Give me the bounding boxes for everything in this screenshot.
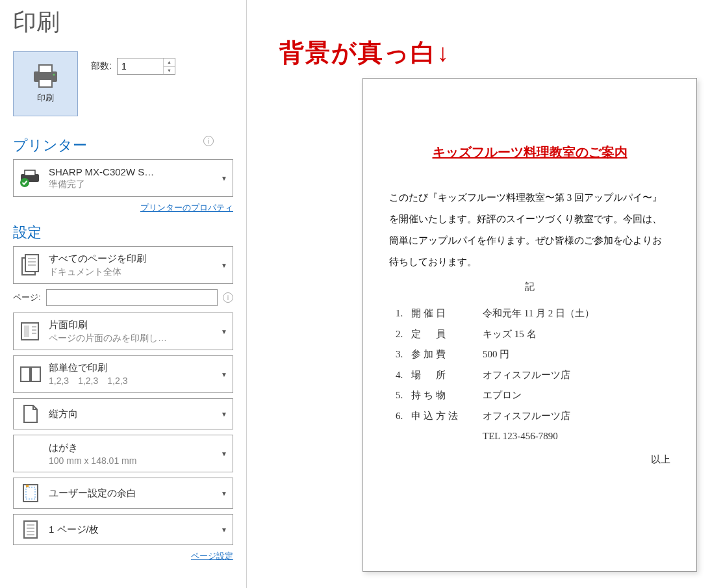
paper-size-dropdown[interactable]: はがき 100 mm x 148.01 mm ▼	[13, 435, 233, 472]
duplex-dropdown[interactable]: 片面印刷 ページの片面のみを印刷し… ▼	[13, 313, 233, 350]
chevron-down-icon: ▼	[221, 450, 227, 457]
item-num: 5.	[396, 385, 411, 406]
info-icon[interactable]: i	[223, 292, 233, 303]
margins-dropdown[interactable]: ユーザー設定の余白 ▼	[13, 478, 233, 509]
item-value: オフィスフルーツ店	[483, 406, 670, 427]
orientation-dropdown[interactable]: 縦方向 ▼	[13, 398, 233, 429]
doc-items: 1. 開催日 令和元年 11 月 2 日（土） 2. 定 員 キッズ 15 名 …	[396, 303, 670, 447]
item-label: 申込方法	[411, 406, 483, 427]
margins-main: ユーザー設定の余白	[49, 487, 217, 500]
svg-rect-22	[24, 521, 37, 538]
chevron-down-icon: ▼	[221, 490, 227, 497]
item-value: 令和元年 11 月 2 日（土）	[483, 303, 670, 324]
list-item: 2. 定 員 キッズ 15 名	[396, 324, 670, 345]
item-value: TEL 123-456-7890	[483, 426, 670, 447]
page-per-sheet-icon	[19, 518, 42, 541]
info-icon[interactable]: i	[203, 136, 214, 146]
printer-properties-link[interactable]: プリンターのプロパティ	[13, 202, 233, 214]
list-item: 3. 参加費 500 円	[396, 344, 670, 365]
print-button-label: 印刷	[37, 92, 54, 104]
chevron-down-icon: ▼	[221, 411, 227, 418]
print-button[interactable]: 印刷	[13, 51, 78, 116]
copies-row: 部数: ▲ ▼	[91, 58, 175, 75]
print-preview-page: キッズフルーツ料理教室のご案内 このたび『キッズフルーツ料理教室〜第 3 回アッ…	[362, 78, 697, 572]
printer-section-heading: プリンター	[13, 136, 233, 155]
page-setup-link[interactable]: ページ設定	[13, 550, 233, 562]
paper-size-icon	[19, 442, 42, 465]
item-label: 持ち物	[411, 385, 483, 406]
item-value: オフィスフルーツ店	[483, 365, 670, 386]
collate-dropdown[interactable]: 部単位で印刷 1,2,3 1,2,3 1,2,3 ▼	[13, 355, 233, 393]
pages-row: ページ: i	[13, 289, 233, 306]
doc-closing: 以上	[389, 454, 670, 466]
margins-icon	[19, 481, 42, 505]
svg-rect-1	[39, 65, 52, 73]
pages-per-sheet-main: 1 ページ/枚	[49, 524, 217, 536]
print-what-dropdown[interactable]: すべてのページを印刷 ドキュメント全体 ▼	[13, 246, 233, 284]
list-item: 1. 開催日 令和元年 11 月 2 日（土）	[396, 303, 670, 324]
svg-rect-17	[21, 367, 30, 381]
pages-per-sheet-dropdown[interactable]: 1 ページ/枚 ▼	[13, 514, 233, 545]
item-value: 500 円	[483, 344, 670, 365]
list-item: 5. 持ち物 エプロン	[396, 385, 670, 406]
print-what-main: すべてのページを印刷	[49, 253, 217, 265]
svg-rect-13	[24, 326, 29, 337]
print-what-sub: ドキュメント全体	[49, 266, 217, 278]
printer-icon	[31, 64, 60, 88]
spinner-up[interactable]: ▲	[164, 58, 175, 67]
printer-status: 準備完了	[49, 179, 217, 190]
doc-body: このたび『キッズフルーツ料理教室〜第 3 回アップルパイ〜』を開催いたします。好…	[389, 187, 670, 273]
duplex-main: 片面印刷	[49, 319, 217, 331]
pages-icon	[19, 253, 42, 277]
chevron-down-icon: ▼	[221, 526, 227, 533]
item-num: 6.	[396, 406, 411, 427]
duplex-sub: ページの片面のみを印刷し…	[49, 333, 217, 344]
item-num	[396, 426, 411, 447]
orientation-main: 縦方向	[49, 408, 217, 420]
svg-rect-8	[25, 255, 38, 272]
collate-sub: 1,2,3 1,2,3 1,2,3	[49, 376, 217, 387]
annotation-text: 背景が真っ白↓	[279, 36, 450, 70]
svg-rect-21	[26, 485, 29, 487]
single-side-icon	[19, 320, 42, 343]
doc-title: キッズフルーツ料理教室のご案内	[389, 144, 670, 161]
chevron-down-icon: ▼	[221, 371, 227, 378]
chevron-down-icon: ▼	[221, 262, 227, 269]
paper-size-sub: 100 mm x 148.01 mm	[49, 455, 217, 466]
chevron-down-icon: ▼	[221, 175, 227, 182]
printer-name: SHARP MX-C302W S…	[49, 166, 217, 177]
item-value: キッズ 15 名	[483, 324, 670, 345]
page-title: 印刷	[13, 6, 233, 38]
svg-rect-19	[23, 485, 38, 502]
item-num: 4.	[396, 365, 411, 386]
list-item: 6. 申込方法 オフィスフルーツ店	[396, 406, 670, 427]
print-backstage-panel: 印刷 印刷 部数: ▲ ▼ プリ	[0, 0, 247, 588]
collate-icon	[19, 363, 42, 386]
spinner-arrows: ▲ ▼	[163, 58, 175, 74]
chevron-down-icon: ▼	[221, 328, 227, 335]
copies-label: 部数:	[91, 60, 112, 72]
copies-spinner[interactable]: ▲ ▼	[117, 58, 175, 75]
printer-selector[interactable]: SHARP MX-C302W S… 準備完了 ▼	[13, 159, 233, 197]
item-label	[411, 426, 483, 447]
settings-section-heading: 設定	[13, 223, 233, 242]
svg-rect-18	[31, 367, 40, 381]
pages-label: ページ:	[13, 292, 41, 303]
svg-rect-5	[25, 170, 35, 175]
paper-size-main: はがき	[49, 442, 217, 454]
spinner-down[interactable]: ▼	[164, 67, 175, 75]
item-label: 定 員	[411, 324, 483, 345]
item-label: 参加費	[411, 344, 483, 365]
item-num: 2.	[396, 324, 411, 345]
print-toolbar: 印刷 部数: ▲ ▼	[13, 51, 233, 116]
copies-input[interactable]	[118, 58, 163, 74]
item-label: 場 所	[411, 365, 483, 386]
item-value: エプロン	[483, 385, 670, 406]
item-num: 3.	[396, 344, 411, 365]
list-item: 4. 場 所 オフィスフルーツ店	[396, 365, 670, 386]
portrait-icon	[19, 402, 42, 426]
item-label: 開催日	[411, 303, 483, 324]
pages-input[interactable]	[46, 289, 218, 306]
printer-ready-icon	[19, 166, 42, 190]
svg-rect-2	[39, 79, 52, 87]
